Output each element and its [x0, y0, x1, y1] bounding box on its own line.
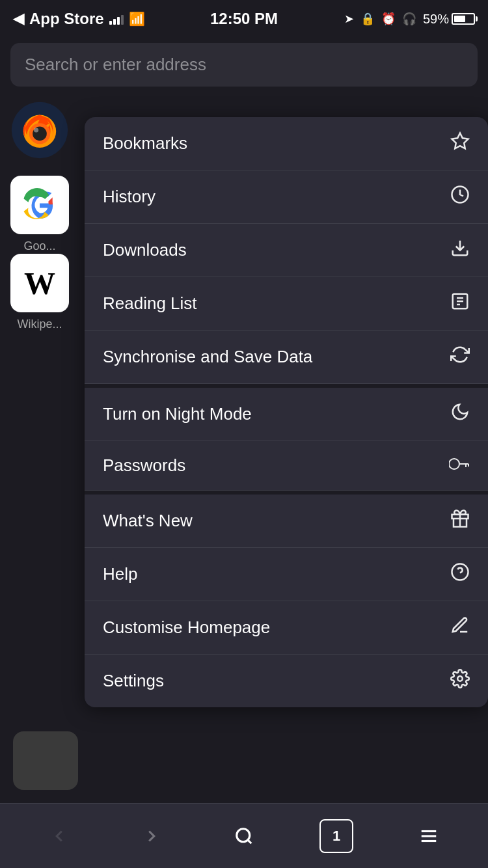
menu-item-history[interactable]: History: [85, 170, 488, 224]
search-placeholder: Search or enter address: [25, 55, 206, 74]
extra-site-item: [13, 731, 78, 790]
help-icon: [450, 562, 470, 586]
downloads-icon: [450, 238, 470, 262]
forward-button[interactable]: [132, 817, 171, 856]
menu-button[interactable]: [409, 817, 448, 856]
menu-item-night-mode[interactable]: Turn on Night Mode: [85, 388, 488, 441]
location-icon: ➤: [344, 12, 354, 26]
menu-item-reading-list[interactable]: Reading List: [85, 277, 488, 331]
gift-icon: [450, 509, 470, 533]
carrier-label: App Store: [29, 10, 104, 28]
bottom-navigation: 1: [0, 803, 488, 868]
headphone-icon: 🎧: [402, 12, 416, 26]
back-button[interactable]: [40, 817, 79, 856]
wikipedia-logo-icon: W: [24, 265, 55, 301]
svg-point-21: [237, 828, 250, 841]
menu-item-whats-new[interactable]: What's New: [85, 495, 488, 548]
status-left: ◀ App Store 📶: [13, 10, 145, 28]
svg-marker-5: [452, 133, 468, 149]
google-label: Goo...: [10, 239, 69, 253]
google-site-item: Goo...: [10, 176, 69, 253]
battery-indicator: 59%: [423, 12, 475, 27]
passwords-icon: [449, 455, 470, 476]
firefox-site-item: [10, 101, 69, 162]
bookmarks-icon: [450, 131, 470, 156]
time-display: 12:50 PM: [210, 10, 278, 28]
svg-point-4: [34, 128, 38, 132]
tabs-button[interactable]: 1: [317, 817, 356, 856]
reading-list-icon: [450, 292, 470, 316]
battery-icon: [452, 13, 475, 25]
wikipedia-site-item: W Wikipe...: [10, 254, 69, 331]
menu-item-sync[interactable]: Synchronise and Save Data: [85, 331, 488, 384]
settings-icon: [450, 669, 470, 693]
status-bar: ◀ App Store 📶 12:50 PM ➤ 🔒 ⏰ 🎧 59%: [0, 0, 488, 38]
svg-point-12: [449, 459, 459, 469]
history-icon: [450, 185, 470, 209]
status-right: ➤ 🔒 ⏰ 🎧 59%: [344, 12, 475, 27]
google-logo-icon: [17, 182, 62, 228]
menu-item-customise[interactable]: Customise Homepage: [85, 601, 488, 655]
alarm-icon: ⏰: [381, 12, 396, 26]
menu-item-bookmarks[interactable]: Bookmarks: [85, 117, 488, 170]
menu-item-help[interactable]: Help: [85, 548, 488, 601]
wikipedia-label: Wikipe...: [10, 318, 69, 331]
menu-item-downloads[interactable]: Downloads: [85, 224, 488, 277]
svg-line-22: [248, 839, 251, 843]
wifi-icon: 📶: [129, 11, 145, 27]
firefox-logo-icon: [10, 101, 69, 159]
signal-icon: [109, 13, 124, 25]
menu-item-passwords[interactable]: Passwords: [85, 441, 488, 491]
search-button[interactable]: [224, 817, 264, 856]
context-menu: Bookmarks History Downloads Read: [85, 117, 488, 707]
pencil-icon: [450, 616, 470, 640]
search-bar[interactable]: Search or enter address: [10, 43, 478, 87]
night-mode-icon: [450, 402, 470, 426]
back-chevron-icon: ◀: [13, 10, 24, 27]
menu-item-settings[interactable]: Settings: [85, 655, 488, 707]
lock-icon: 🔒: [360, 12, 375, 26]
sync-icon: [450, 345, 470, 369]
svg-point-20: [457, 676, 463, 681]
